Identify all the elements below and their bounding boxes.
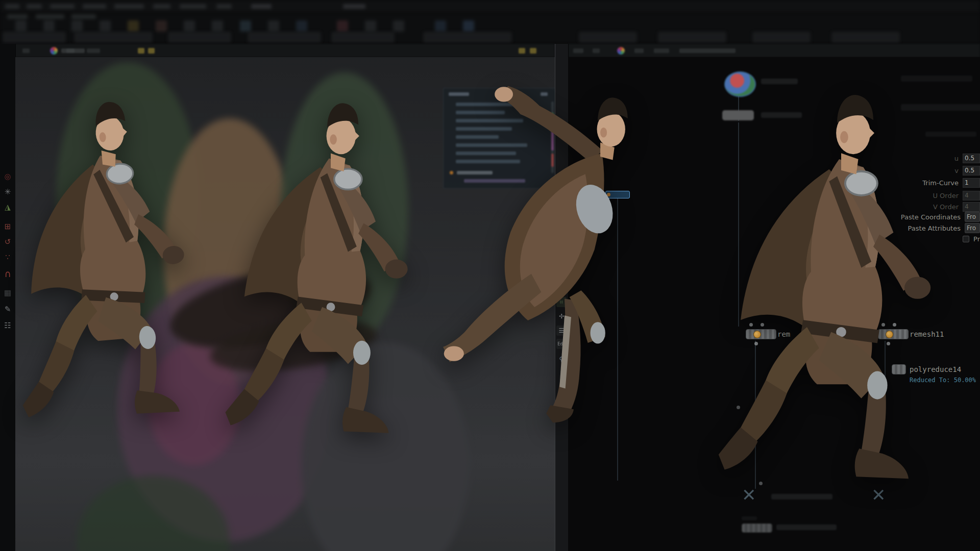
shelf-tool-icon[interactable] <box>156 20 167 32</box>
character-runner-2 <box>218 91 443 454</box>
network-pane-tab-bar[interactable] <box>568 44 980 58</box>
pane-tab-icon <box>50 47 58 55</box>
character-faller-3 <box>437 83 692 423</box>
shelf-tool-icon[interactable] <box>240 20 251 32</box>
left-pane-tab-bar[interactable] <box>0 44 555 58</box>
secondary-toolbar <box>0 31 980 44</box>
output-node[interactable] <box>742 523 772 533</box>
shelf-tool-icon[interactable] <box>268 20 279 32</box>
character-runner-1 <box>4 91 218 437</box>
character-runner-4 <box>710 81 972 503</box>
snap-toggle-icon[interactable] <box>148 48 155 54</box>
shelf-tool-icon[interactable] <box>15 20 27 32</box>
shelf-tool-icon[interactable] <box>296 20 307 32</box>
shelf-tool-icon[interactable] <box>365 20 376 32</box>
viewport-option-icon[interactable] <box>519 48 525 54</box>
viewport-option-icon[interactable] <box>530 48 536 54</box>
shelf-tool-icon[interactable] <box>463 20 474 32</box>
shelf-tool-icon[interactable] <box>43 20 55 32</box>
param-label: Pr <box>973 235 980 243</box>
snap-toggle-icon[interactable] <box>138 48 144 54</box>
houdini-application-window: ◎ ✳ ◮ ⊞ ↺ ∵ ∩ ▦ ✎ ☷ <box>0 0 980 551</box>
shelf-tool-icon[interactable] <box>435 20 446 32</box>
shelf-tool-icon[interactable] <box>128 20 139 32</box>
shelf-tool-icon[interactable] <box>100 20 111 32</box>
shelf-tool-icon[interactable] <box>71 20 83 32</box>
menu-bar[interactable] <box>0 0 980 14</box>
shelf-tool-icon[interactable] <box>184 20 195 32</box>
shelf-tool-icon[interactable] <box>393 20 404 32</box>
pane-tab-icon <box>617 47 625 55</box>
shelf-tool-icon[interactable] <box>337 20 348 32</box>
shelf-tool-icon[interactable] <box>212 20 223 32</box>
